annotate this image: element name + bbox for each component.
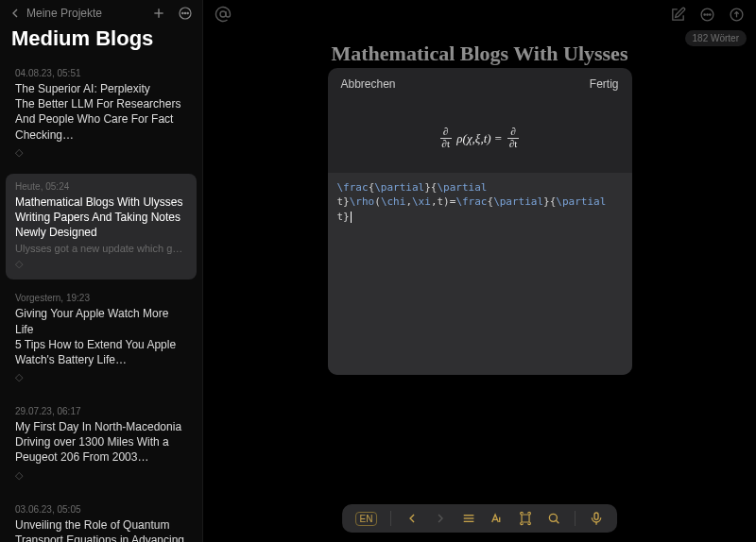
keyboard-toolbar: EN bbox=[342, 504, 618, 533]
new-note-button[interactable] bbox=[151, 6, 166, 21]
note-item[interactable]: 04.08.23, 05:51The Superior AI: Perplexi… bbox=[6, 60, 197, 168]
editor-pane: 182 Wörter Mathematical Blogs With Ulyss… bbox=[203, 0, 756, 542]
word-count-badge[interactable]: 182 Wörter bbox=[685, 30, 747, 46]
back-label: Meine Projekte bbox=[26, 7, 102, 20]
svg-line-18 bbox=[557, 520, 559, 523]
svg-point-3 bbox=[182, 12, 183, 13]
note-title: My First Day In North-Macedonia Driving … bbox=[15, 419, 187, 466]
search-button[interactable] bbox=[546, 511, 561, 526]
language-button[interactable]: EN bbox=[355, 512, 378, 526]
at-icon bbox=[215, 6, 232, 23]
latex-input[interactable]: \frac{\partial}{\partial t}\rho(\chi,\xi… bbox=[328, 173, 632, 375]
note-date: 29.07.23, 06:17 bbox=[15, 406, 187, 416]
command-button[interactable] bbox=[518, 511, 533, 526]
svg-point-6 bbox=[220, 11, 226, 17]
note-glyph-icon: ◇ bbox=[15, 371, 187, 383]
svg-rect-19 bbox=[594, 513, 598, 519]
svg-point-10 bbox=[710, 13, 711, 14]
svg-point-17 bbox=[550, 514, 558, 521]
note-preview: Ulysses got a new update which got me ex… bbox=[15, 243, 187, 254]
equation-editor-modal: Abbrechen Fertig ∂ ∂t ρ(χ,ξ,t) = ∂ ∂t \f… bbox=[328, 68, 632, 375]
chevron-left-icon bbox=[8, 6, 23, 21]
svg-point-5 bbox=[187, 12, 188, 13]
chevron-right-icon bbox=[433, 511, 448, 526]
sidebar-title: Medium Blogs bbox=[0, 25, 202, 60]
note-title: Mathematical Blogs With Ulysses Writing … bbox=[15, 195, 187, 241]
svg-point-4 bbox=[184, 12, 185, 13]
note-item[interactable]: 29.07.23, 06:17My First Day In North-Mac… bbox=[6, 398, 197, 491]
note-list: 04.08.23, 05:51The Superior AI: Perplexi… bbox=[0, 60, 202, 542]
note-item[interactable]: 03.06.23, 05:05Unveiling the Role of Qua… bbox=[6, 497, 197, 542]
list-icon bbox=[461, 511, 476, 526]
text-icon bbox=[490, 511, 505, 526]
dictation-button[interactable] bbox=[589, 511, 604, 526]
microphone-icon bbox=[589, 511, 604, 526]
sidebar-more-button[interactable] bbox=[178, 6, 193, 21]
command-icon bbox=[518, 511, 533, 526]
separator bbox=[390, 511, 391, 526]
note-date: Vorgestern, 19:23 bbox=[15, 293, 187, 303]
search-icon bbox=[546, 511, 561, 526]
note-date: Heute, 05:24 bbox=[15, 181, 187, 192]
undo-button[interactable] bbox=[404, 511, 420, 526]
equation-preview: ∂ ∂t ρ(χ,ξ,t) = ∂ ∂t bbox=[328, 100, 632, 173]
equation-mid: ρ(χ,ξ,t) = bbox=[455, 131, 504, 145]
attachments-button[interactable] bbox=[215, 6, 232, 23]
note-title: Giving Your Apple Watch More Life 5 Tips… bbox=[15, 306, 187, 367]
text-caret bbox=[351, 212, 352, 223]
fraction-numerator: ∂ bbox=[440, 127, 453, 139]
fraction-numerator: ∂ bbox=[507, 127, 520, 139]
note-item[interactable]: Heute, 05:24Mathematical Blogs With Ulys… bbox=[6, 174, 197, 280]
note-date: 03.06.23, 05:05 bbox=[15, 504, 187, 515]
modal-header: Abbrechen Fertig bbox=[328, 68, 632, 100]
sidebar-header: Meine Projekte bbox=[0, 0, 202, 25]
cancel-button[interactable]: Abbrechen bbox=[341, 77, 396, 91]
compose-button[interactable] bbox=[670, 7, 686, 23]
export-icon bbox=[729, 7, 745, 23]
separator bbox=[575, 511, 576, 526]
note-date: 04.08.23, 05:51 bbox=[15, 68, 187, 78]
fraction-denominator: ∂t bbox=[507, 139, 520, 151]
svg-point-9 bbox=[707, 13, 708, 14]
list-button[interactable] bbox=[461, 511, 476, 526]
plus-icon bbox=[151, 6, 166, 21]
note-glyph-icon: ◇ bbox=[15, 258, 187, 270]
note-glyph-icon: ◇ bbox=[15, 146, 187, 159]
document-title: Mathematical Blogs With Ulysses bbox=[260, 42, 699, 66]
editor-toolbar-top bbox=[203, 0, 756, 25]
more-circle-icon bbox=[699, 7, 715, 23]
svg-point-8 bbox=[704, 13, 705, 14]
back-button[interactable]: Meine Projekte bbox=[8, 6, 102, 21]
sidebar: Meine Projekte Medium Blogs 04.08.23, 05… bbox=[0, 0, 203, 542]
done-button[interactable]: Fertig bbox=[590, 77, 619, 91]
compose-icon bbox=[670, 7, 686, 23]
chevron-left-icon bbox=[404, 511, 420, 526]
fraction: ∂ ∂t bbox=[440, 127, 453, 150]
fraction-denominator: ∂t bbox=[440, 139, 453, 151]
more-circle-icon bbox=[178, 6, 193, 21]
note-title: Unveiling the Role of Quantum Transport … bbox=[15, 517, 187, 542]
main-more-button[interactable] bbox=[699, 7, 715, 23]
note-glyph-icon: ◇ bbox=[15, 469, 187, 482]
redo-button[interactable] bbox=[433, 511, 448, 526]
fraction: ∂ ∂t bbox=[507, 127, 520, 150]
note-title: The Superior AI: Perplexity The Better L… bbox=[15, 81, 187, 143]
export-button[interactable] bbox=[729, 7, 745, 23]
text-style-button[interactable] bbox=[490, 511, 505, 526]
note-item[interactable]: Vorgestern, 19:23Giving Your Apple Watch… bbox=[6, 285, 197, 393]
